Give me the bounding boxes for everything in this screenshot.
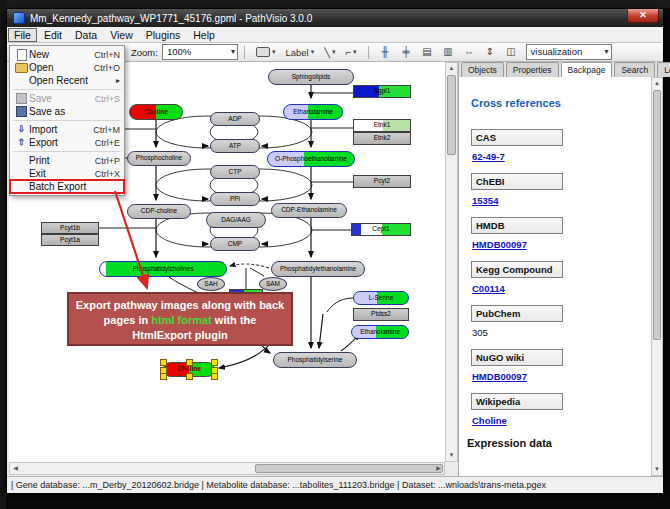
alignment-button-group: ╫╪▤▥⇔⇕◫: [375, 45, 522, 59]
selection-handle[interactable]: [160, 373, 167, 380]
align-center-button[interactable]: ╫: [377, 45, 394, 59]
panel-vertical-scrollbar[interactable]: ▲ ▼: [651, 77, 663, 476]
menu-item-import[interactable]: ⇩ImportCtrl+M: [10, 123, 124, 136]
pathway-node-label: CMP: [228, 241, 242, 248]
label-tool-button[interactable]: Label▾: [283, 46, 316, 59]
menu-item-batch-export[interactable]: Batch Export: [10, 180, 124, 193]
pathway-node-etnk1[interactable]: Etnk1: [353, 119, 411, 132]
menu-item-exit[interactable]: ExitCtrl+X: [10, 167, 124, 180]
pathway-node-pcyt2[interactable]: Pcyt2: [353, 175, 411, 188]
menu-item-save[interactable]: SaveCtrl+S: [10, 92, 124, 105]
pathway-node-choline[interactable]: Choline: [163, 362, 215, 377]
tab-search[interactable]: Search: [614, 62, 655, 77]
menu-item-open[interactable]: OpenCtrl+O: [10, 61, 124, 74]
canvas-vertical-scrollbar[interactable]: ▲ ▼: [445, 62, 458, 462]
tab-legend[interactable]: Legend: [657, 62, 670, 77]
xref-link[interactable]: C00114: [472, 283, 505, 294]
title-bar[interactable]: Mm_Kennedy_pathway_WP1771_45176.gpml - P…: [7, 9, 663, 27]
file-menu: NewCtrl+NOpenCtrl+OOpen Recent▸SaveCtrl+…: [9, 45, 125, 196]
pathway-node-ppi[interactable]: PPi: [210, 192, 260, 206]
window-title: Mm_Kennedy_pathway_WP1771_45176.gpml - P…: [30, 13, 312, 24]
pathway-node-cept1[interactable]: Cept1: [351, 223, 411, 236]
pathway-node-sah[interactable]: SAH: [197, 277, 225, 291]
pathway-node-label: CTP: [229, 169, 242, 176]
zoom-combobox[interactable]: 100%: [162, 44, 238, 60]
menu-item-label: Print: [29, 155, 95, 166]
pathway-node-cdp-choline[interactable]: CDP-choline: [127, 204, 191, 219]
pathway-node-phosphocholine[interactable]: Phosphocholine: [127, 151, 191, 166]
selection-handle[interactable]: [160, 359, 167, 366]
pathway-node-ptdss2[interactable]: Ptdss2: [353, 308, 409, 321]
canvas-horizontal-scrollbar[interactable]: ◀ ▶: [9, 462, 445, 475]
menu-item-print[interactable]: PrintCtrl+P: [10, 154, 124, 167]
menu-separator: [13, 120, 121, 121]
stack-horizontal-button[interactable]: ▥: [440, 45, 457, 59]
close-button[interactable]: ✕: [627, 9, 659, 23]
tab-properties[interactable]: Properties: [506, 62, 559, 77]
menu-edit[interactable]: Edit: [38, 28, 68, 42]
xref-section-hmdb: HMDBHMDB00097: [471, 217, 652, 252]
menu-item-label: New: [29, 49, 94, 60]
xref-link[interactable]: 62-49-7: [472, 151, 505, 162]
pathway-node-label: Etnk2: [374, 135, 391, 142]
menu-help[interactable]: Help: [187, 28, 221, 42]
menu-item-open-recent[interactable]: Open Recent▸: [10, 74, 124, 87]
visualization-combobox[interactable]: visualization: [526, 44, 612, 60]
pathway-node-sphingolipids[interactable]: Sphingolipids: [268, 69, 354, 85]
line-tool-icon: ╲: [324, 47, 330, 58]
selection-handle[interactable]: [186, 359, 193, 366]
datanode-tool-button[interactable]: ▾: [254, 46, 278, 58]
status-bar: | Gene database: ...m_Derby_20120602.bri…: [7, 476, 663, 493]
pathway-node-pcyt1a[interactable]: Pcyt1a: [41, 234, 99, 246]
menu-item-save-as[interactable]: Save as: [10, 105, 124, 118]
xref-link[interactable]: HMDB00097: [472, 239, 527, 250]
selection-handle[interactable]: [211, 359, 218, 366]
xref-link[interactable]: Choline: [472, 415, 507, 426]
pathway-node-sgpl1[interactable]: Sgpl1: [353, 85, 411, 98]
common-height-button[interactable]: ⇕: [482, 45, 499, 59]
tab-objects[interactable]: Objects: [461, 62, 504, 77]
pathway-node-label: Pcyt1b: [60, 225, 80, 232]
pathway-node-phosphatidylserine[interactable]: Phosphatidylserine: [273, 352, 357, 368]
pathway-node-choline[interactable]: Choline: [129, 104, 183, 120]
menu-plugins[interactable]: Plugins: [140, 28, 186, 42]
pathway-node-cdp-ethanolamine[interactable]: CDP-Ethanolamine: [271, 203, 347, 218]
pathway-node-ethanolamine[interactable]: Ethanolamine: [351, 325, 409, 339]
pathway-node-pcyt1b[interactable]: Pcyt1b: [41, 222, 99, 234]
pathway-node-phosphatidylethanolamine[interactable]: Phosphatidylethanolamine: [271, 261, 365, 277]
pathway-node-label: DAG/AAG: [221, 217, 251, 224]
xref-link[interactable]: HMDB00097: [472, 371, 527, 382]
pathway-node-ethanolamine[interactable]: Ethanolamine: [283, 104, 343, 120]
pathway-node-dag-aag[interactable]: DAG/AAG: [206, 212, 266, 228]
xref-link[interactable]: 15354: [472, 195, 498, 206]
pathway-node-cmp[interactable]: CMP: [210, 237, 260, 251]
menu-data[interactable]: Data: [69, 28, 103, 42]
menu-view[interactable]: View: [104, 28, 139, 42]
label-tool-text: Label: [285, 47, 308, 58]
pathway-node-o-phosphoethanolamine[interactable]: O-Phosphoethanolamine: [267, 151, 355, 167]
pathway-node-l-serine[interactable]: L-Serine: [353, 291, 409, 305]
common-width-button[interactable]: ⇔: [461, 45, 478, 59]
selection-handle[interactable]: [186, 373, 193, 380]
menu-item-new[interactable]: NewCtrl+N: [10, 48, 124, 61]
stack-vertical-button[interactable]: ▤: [419, 45, 436, 59]
line-tool-button[interactable]: ╲▾: [322, 46, 337, 59]
pathway-node-label: SAM: [266, 281, 280, 288]
menu-file[interactable]: File: [8, 28, 37, 42]
pathway-node-ctp[interactable]: CTP: [210, 165, 260, 179]
pathway-node-phosphatidylcholines[interactable]: Phosphatidylcholines: [99, 261, 227, 277]
pathway-node-label: L-Serine: [369, 295, 394, 302]
pathway-node-atp[interactable]: ATP: [210, 139, 260, 153]
pathway-node-etnk2[interactable]: Etnk2: [353, 132, 411, 145]
pathway-node-sam[interactable]: SAM: [259, 277, 287, 291]
open-folder-icon: [14, 63, 29, 73]
menu-item-label: Batch Export: [29, 181, 120, 192]
connector-tool-button[interactable]: ⌐▾: [343, 46, 358, 59]
menu-item-export[interactable]: ⇧ExportCtrl+E: [10, 136, 124, 149]
pathway-node-adp[interactable]: ADP: [210, 112, 260, 126]
visualization-options-button[interactable]: ◫: [503, 45, 520, 59]
selection-handle[interactable]: [211, 373, 218, 380]
backpage-panel: Cross references CAS62-49-7ChEBI15354HMD…: [459, 77, 652, 476]
save-as-icon: [14, 106, 29, 117]
align-middle-button[interactable]: ╪: [398, 45, 415, 59]
